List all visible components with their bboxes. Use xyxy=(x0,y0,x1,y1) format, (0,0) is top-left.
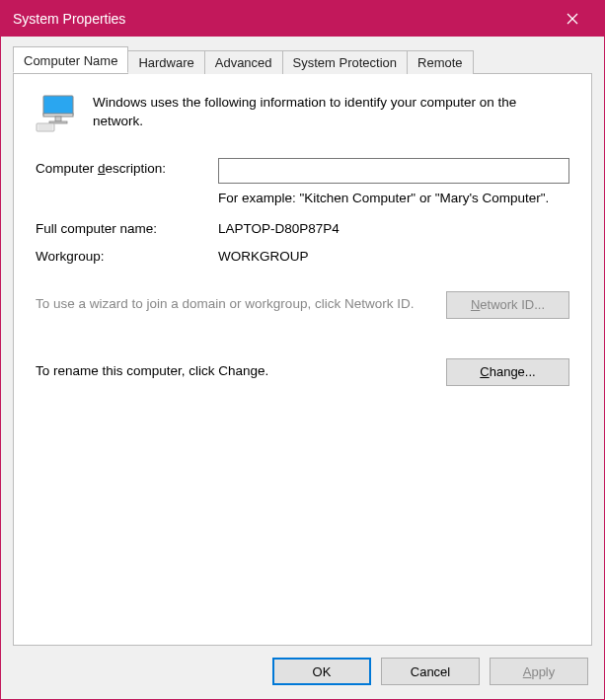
row-change: To rename this computer, click Change. C… xyxy=(36,358,569,386)
row-computer-description: Computer description: For example: "Kitc… xyxy=(36,158,569,208)
tab-remote[interactable]: Remote xyxy=(407,50,474,74)
cancel-button[interactable]: Cancel xyxy=(381,658,480,685)
label-computer-description: Computer description: xyxy=(36,158,218,176)
tab-advanced[interactable]: Advanced xyxy=(204,50,283,74)
apply-button[interactable]: Apply xyxy=(490,658,588,685)
row-workgroup: Workgroup: WORKGROUP xyxy=(36,246,569,264)
computer-icon xyxy=(36,94,77,136)
input-computer-description[interactable] xyxy=(218,158,569,184)
change-button[interactable]: Change... xyxy=(446,358,569,386)
label-workgroup: Workgroup: xyxy=(36,246,218,264)
row-full-computer-name: Full computer name: LAPTOP-D80P87P4 xyxy=(36,218,569,236)
ok-button[interactable]: OK xyxy=(272,658,371,685)
label-full-computer-name: Full computer name: xyxy=(36,218,218,236)
intro-text: Windows uses the following information t… xyxy=(93,94,569,131)
tab-system-protection[interactable]: System Protection xyxy=(282,50,409,74)
svg-rect-4 xyxy=(55,117,61,121)
dialog-footer: OK Cancel Apply xyxy=(13,646,592,687)
value-workgroup: WORKGROUP xyxy=(218,246,569,264)
close-button[interactable] xyxy=(553,1,592,37)
svg-rect-2 xyxy=(43,96,73,116)
svg-rect-3 xyxy=(43,114,73,117)
intro-row: Windows uses the following information t… xyxy=(36,94,569,136)
system-properties-window: System Properties Computer Name Hardware… xyxy=(0,0,605,700)
tab-panel-computer-name: Windows uses the following information t… xyxy=(13,73,592,646)
value-full-computer-name: LAPTOP-D80P87P4 xyxy=(218,218,569,236)
window-title: System Properties xyxy=(13,11,125,27)
hint-network-id: To use a wizard to join a domain or work… xyxy=(36,295,434,314)
hint-change: To rename this computer, click Change. xyxy=(36,362,434,381)
client-area: Computer Name Hardware Advanced System P… xyxy=(1,37,604,699)
tab-strip: Computer Name Hardware Advanced System P… xyxy=(13,46,592,73)
network-id-button[interactable]: Network ID... xyxy=(446,291,569,319)
hint-computer-description: For example: "Kitchen Computer" or "Mary… xyxy=(218,190,569,208)
row-network-id: To use a wizard to join a domain or work… xyxy=(36,291,569,319)
tab-computer-name[interactable]: Computer Name xyxy=(13,46,128,73)
titlebar: System Properties xyxy=(1,1,604,37)
close-icon xyxy=(567,13,578,25)
tab-hardware[interactable]: Hardware xyxy=(127,50,204,74)
